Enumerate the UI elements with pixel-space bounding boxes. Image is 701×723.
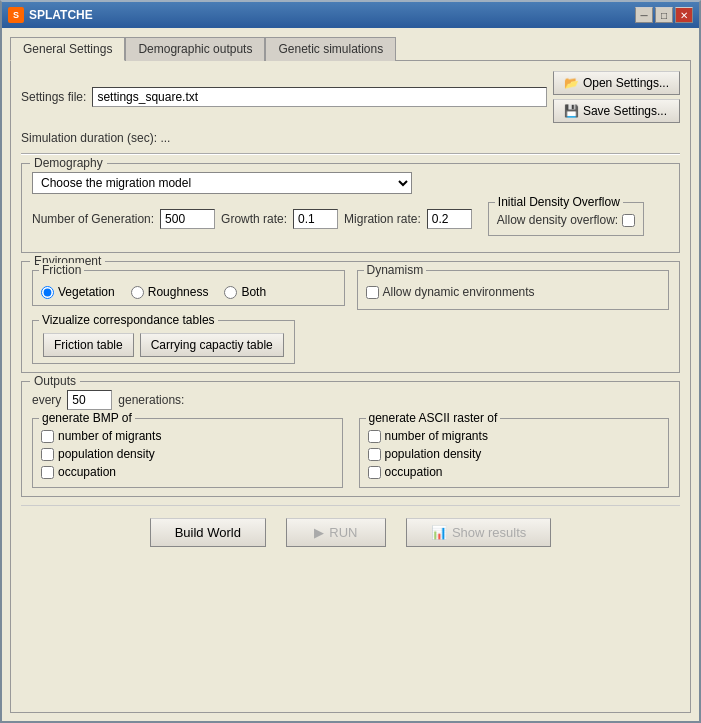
generation-row: Number of Generation: Growth rate: Migra… <box>32 202 669 236</box>
environment-group: Environment Friction Vegetation <box>21 261 680 373</box>
ascii-population-row: population density <box>368 447 661 461</box>
corr-table-row: Friction table Carrying capactiy table <box>43 333 284 357</box>
ascii-migrants-checkbox[interactable] <box>368 430 381 443</box>
app-icon: S <box>8 7 24 23</box>
tab-general[interactable]: General Settings <box>10 37 125 61</box>
demography-title: Demography <box>30 156 107 170</box>
initial-density-overflow-box: Initial Density Overflow Allow density o… <box>488 202 644 236</box>
ascii-population-checkbox[interactable] <box>368 448 381 461</box>
vegetation-radio-item[interactable]: Vegetation <box>41 285 115 299</box>
close-button[interactable]: ✕ <box>675 7 693 23</box>
open-settings-button[interactable]: 📂 Open Settings... <box>553 71 680 95</box>
open-settings-label: Open Settings... <box>583 76 669 90</box>
generate-bmp-label: generate BMP of <box>39 411 135 425</box>
generate-bmp-col: generate BMP of number of migrants popul… <box>32 418 343 488</box>
open-icon: 📂 <box>564 76 579 90</box>
minimize-button[interactable]: ─ <box>635 7 653 23</box>
tab-content-general: Settings file: 📂 Open Settings... 💾 Save… <box>10 60 691 713</box>
outputs-row: generate BMP of number of migrants popul… <box>32 418 669 488</box>
roughness-radio[interactable] <box>131 286 144 299</box>
settings-file-label: Settings file: <box>21 90 86 104</box>
generations-label: generations: <box>118 393 184 407</box>
ascii-migrants-label: number of migrants <box>385 429 488 443</box>
vizualize-label: Vizualize correspondance tables <box>39 313 218 327</box>
bmp-migrants-label: number of migrants <box>58 429 161 443</box>
run-button[interactable]: ▶ RUN <box>286 518 386 547</box>
save-settings-button[interactable]: 💾 Save Settings... <box>553 99 680 123</box>
allow-density-overflow-row: Allow density overflow: <box>497 213 635 227</box>
roughness-label: Roughness <box>148 285 209 299</box>
save-icon: 💾 <box>564 104 579 118</box>
every-input[interactable] <box>67 390 112 410</box>
both-radio-item[interactable]: Both <box>224 285 266 299</box>
show-results-icon: 📊 <box>431 525 447 540</box>
migration-rate-label: Migration rate: <box>344 212 421 226</box>
generate-bmp-box: generate BMP of number of migrants popul… <box>32 418 343 488</box>
separator-1 <box>21 153 680 155</box>
bmp-occupation-label: occupation <box>58 465 116 479</box>
vegetation-radio[interactable] <box>41 286 54 299</box>
ascii-occupation-checkbox[interactable] <box>368 466 381 479</box>
num-generation-input[interactable] <box>160 209 215 229</box>
migration-model-select[interactable]: Choose the migration model <box>32 172 412 194</box>
generate-ascii-box: generate ASCII raster of number of migra… <box>359 418 670 488</box>
allow-density-overflow-checkbox[interactable] <box>622 214 635 227</box>
ascii-migrants-row: number of migrants <box>368 429 661 443</box>
both-radio[interactable] <box>224 286 237 299</box>
bmp-occupation-checkbox[interactable] <box>41 466 54 479</box>
allow-dynamic-checkbox[interactable] <box>366 286 379 299</box>
main-window: S SPLATCHE ─ □ ✕ General Settings Demogr… <box>0 0 701 723</box>
num-generation-label: Number of Generation: <box>32 212 154 226</box>
growth-rate-input[interactable] <box>293 209 338 229</box>
roughness-radio-item[interactable]: Roughness <box>131 285 209 299</box>
allow-density-overflow-label: Allow density overflow: <box>497 213 618 227</box>
simulation-duration-label: Simulation duration (sec): ... <box>21 131 170 145</box>
friction-radio-group: Vegetation Roughness Both <box>41 285 336 299</box>
migration-model-row: Choose the migration model <box>32 172 669 194</box>
allow-dynamic-row: Allow dynamic environments <box>366 285 661 299</box>
run-icon: ▶ <box>314 525 324 540</box>
settings-file-input[interactable] <box>92 87 547 107</box>
outputs-title: Outputs <box>30 374 80 388</box>
carrying-capacity-button[interactable]: Carrying capactiy table <box>140 333 284 357</box>
allow-dynamic-label: Allow dynamic environments <box>383 285 535 299</box>
dynamism-label: Dynamism <box>364 263 427 277</box>
build-world-button[interactable]: Build World <box>150 518 266 547</box>
ascii-population-label: population density <box>385 447 482 461</box>
generate-ascii-label: generate ASCII raster of <box>366 411 501 425</box>
env-row: Friction Vegetation Roughness <box>32 270 669 310</box>
initial-density-overflow-title: Initial Density Overflow <box>495 195 623 209</box>
ascii-occupation-row: occupation <box>368 465 661 479</box>
settings-file-row: Settings file: 📂 Open Settings... 💾 Save… <box>21 71 680 123</box>
friction-table-button[interactable]: Friction table <box>43 333 134 357</box>
every-row: every generations: <box>32 390 669 410</box>
both-label: Both <box>241 285 266 299</box>
title-bar: S SPLATCHE ─ □ ✕ <box>2 2 699 28</box>
bmp-occupation-row: occupation <box>41 465 334 479</box>
bmp-migrants-checkbox[interactable] <box>41 430 54 443</box>
window-content: General Settings Demographic outputs Gen… <box>2 28 699 721</box>
dynamism-group: Dynamism Allow dynamic environments <box>357 270 670 310</box>
generate-ascii-col: generate ASCII raster of number of migra… <box>359 418 670 488</box>
vegetation-label: Vegetation <box>58 285 115 299</box>
title-bar-left: S SPLATCHE <box>8 7 93 23</box>
friction-group: Friction Vegetation Roughness <box>32 270 345 306</box>
every-label: every <box>32 393 61 407</box>
simulation-duration-row: Simulation duration (sec): ... <box>21 131 680 145</box>
build-world-label: Build World <box>175 525 241 540</box>
vizualize-box: Vizualize correspondance tables Friction… <box>32 320 295 364</box>
save-settings-label: Save Settings... <box>583 104 667 118</box>
friction-table-label: Friction table <box>54 338 123 352</box>
demography-group: Demography Choose the migration model Nu… <box>21 163 680 253</box>
tab-genetic[interactable]: Genetic simulations <box>265 37 396 61</box>
window-title: SPLATCHE <box>29 8 93 22</box>
restore-button[interactable]: □ <box>655 7 673 23</box>
show-results-button[interactable]: 📊 Show results <box>406 518 551 547</box>
bmp-population-checkbox[interactable] <box>41 448 54 461</box>
tab-demographic[interactable]: Demographic outputs <box>125 37 265 61</box>
bmp-population-row: population density <box>41 447 334 461</box>
ascii-occupation-label: occupation <box>385 465 443 479</box>
bmp-migrants-row: number of migrants <box>41 429 334 443</box>
migration-rate-input[interactable] <box>427 209 472 229</box>
friction-label: Friction <box>39 263 84 277</box>
